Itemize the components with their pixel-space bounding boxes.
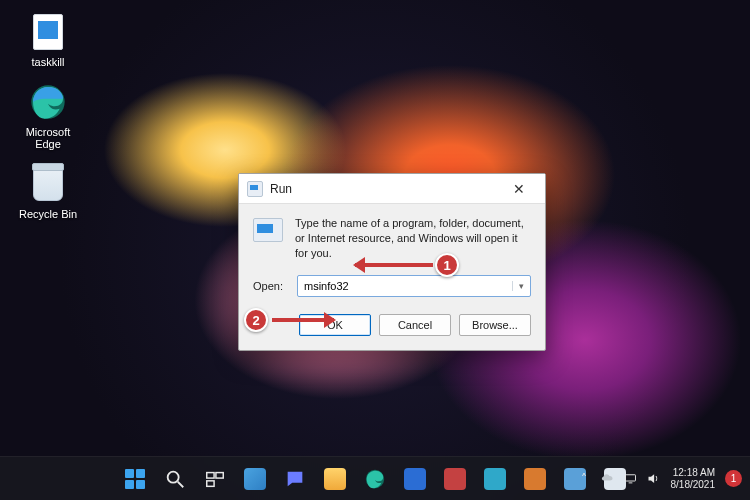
svg-rect-3 — [207, 472, 214, 478]
clock-date: 8/18/2021 — [671, 479, 716, 491]
run-dialog-icon — [247, 181, 263, 197]
annotation-arrow-2 — [272, 318, 334, 322]
search-button[interactable] — [157, 461, 193, 497]
annotation-arrow-1 — [355, 263, 433, 267]
windows-logo-icon — [125, 469, 145, 489]
clock-time: 12:18 AM — [671, 467, 716, 479]
taskbar-right: ˄ 12:18 AM 8/18/2021 1 — [577, 467, 743, 490]
chevron-up-icon[interactable]: ˄ — [577, 471, 592, 486]
annotation-step-1: 1 — [435, 253, 459, 277]
chat-icon — [284, 468, 306, 490]
taskbar-clock[interactable]: 12:18 AM 8/18/2021 — [671, 467, 716, 490]
search-icon — [164, 468, 186, 490]
browse-button[interactable]: Browse... — [459, 314, 531, 336]
desktop-icon-label: taskkill — [31, 56, 64, 68]
notification-badge[interactable]: 1 — [725, 470, 742, 487]
volume-icon[interactable] — [646, 471, 661, 486]
edge-icon — [28, 82, 68, 122]
desktop-icon-label: Microsoft Edge — [12, 126, 84, 150]
edge-button[interactable] — [357, 461, 393, 497]
widgets-button[interactable] — [237, 461, 273, 497]
network-icon[interactable] — [623, 471, 638, 486]
svg-rect-5 — [207, 480, 214, 486]
desktop-icons: taskkill Microsoft Edge Recycle Bin — [12, 12, 84, 220]
run-dialog-description: Type the name of a program, folder, docu… — [295, 216, 531, 261]
cancel-button[interactable]: Cancel — [379, 314, 451, 336]
open-input[interactable] — [298, 280, 512, 292]
mail-button[interactable] — [517, 461, 553, 497]
folder-icon — [324, 468, 346, 490]
word-button[interactable] — [437, 461, 473, 497]
desktop-icon-edge[interactable]: Microsoft Edge — [12, 82, 84, 150]
store-button[interactable] — [397, 461, 433, 497]
svg-line-2 — [178, 481, 184, 487]
run-dialog-title: Run — [270, 182, 499, 196]
command-file-icon — [28, 12, 68, 52]
task-view-icon — [204, 468, 226, 490]
system-tray[interactable]: ˄ — [577, 471, 661, 486]
svg-point-1 — [168, 471, 179, 482]
task-view-button[interactable] — [197, 461, 233, 497]
taskbar-pinned — [117, 461, 633, 497]
run-dialog: Run ✕ Type the name of a program, folder… — [238, 173, 546, 351]
app-icon — [444, 468, 466, 490]
open-combobox[interactable]: ▾ — [297, 275, 531, 297]
app-icon — [524, 468, 546, 490]
run-dialog-titlebar[interactable]: Run ✕ — [239, 174, 545, 204]
run-dialog-body: Type the name of a program, folder, docu… — [239, 204, 545, 298]
desktop-icon-label: Recycle Bin — [19, 208, 77, 220]
open-label: Open: — [253, 280, 287, 292]
edge-icon — [364, 468, 386, 490]
run-program-icon — [253, 218, 283, 242]
file-explorer-button[interactable] — [317, 461, 353, 497]
desktop: taskkill Microsoft Edge Recycle Bin Run … — [0, 0, 750, 500]
svg-rect-4 — [216, 472, 223, 478]
recycle-bin-icon — [28, 164, 68, 204]
annotation-step-2: 2 — [244, 308, 268, 332]
widgets-icon — [244, 468, 266, 490]
powerpoint-button[interactable] — [477, 461, 513, 497]
start-button[interactable] — [117, 461, 153, 497]
desktop-icon-recycle-bin[interactable]: Recycle Bin — [12, 164, 84, 220]
svg-rect-7 — [625, 475, 635, 481]
chevron-down-icon[interactable]: ▾ — [512, 281, 530, 291]
store-icon — [404, 468, 426, 490]
taskbar: ˄ 12:18 AM 8/18/2021 1 — [0, 456, 750, 500]
onedrive-icon[interactable] — [600, 471, 615, 486]
close-button[interactable]: ✕ — [499, 174, 539, 204]
chat-button[interactable] — [277, 461, 313, 497]
desktop-icon-taskkill[interactable]: taskkill — [12, 12, 84, 68]
app-icon — [484, 468, 506, 490]
